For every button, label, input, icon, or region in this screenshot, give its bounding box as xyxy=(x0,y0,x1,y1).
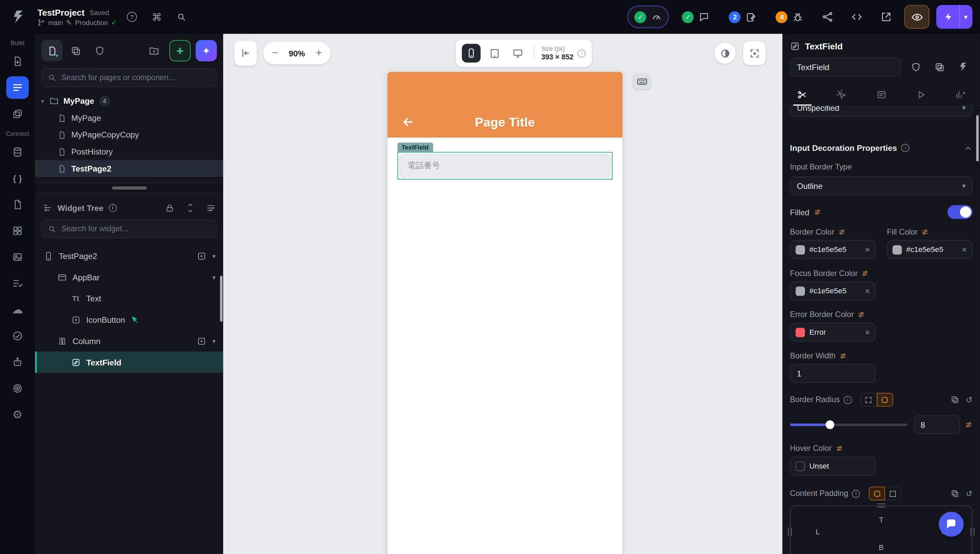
zoom-out-button[interactable]: − xyxy=(267,45,283,61)
add-widget-button[interactable] xyxy=(197,251,206,261)
inspector-scroll-area[interactable]: Unspecified ▾ Input Decoration Propertie… xyxy=(783,106,980,554)
reset-value-button[interactable]: ↺ xyxy=(966,489,972,498)
error-border-color-picker[interactable]: Error × xyxy=(790,323,876,342)
padding-uniform-button[interactable] xyxy=(869,487,885,500)
zoom-in-button[interactable]: + xyxy=(311,45,327,61)
padding-top-value[interactable]: T xyxy=(879,515,884,524)
page-list-item-selected[interactable]: TestPage2 xyxy=(35,160,223,177)
device-desktop-button[interactable] xyxy=(508,44,527,62)
textfield-widget[interactable]: 電話番号 xyxy=(399,154,611,177)
rail-item-cloud-functions[interactable]: ☁ xyxy=(6,299,29,321)
data-types-view-button[interactable] xyxy=(89,40,110,61)
app-bar-widget[interactable]: Page Title xyxy=(387,72,622,138)
collapse-section-button[interactable] xyxy=(964,144,972,152)
run-options-button[interactable]: ▾ xyxy=(960,5,972,29)
virtual-keyboard-toggle[interactable] xyxy=(633,74,651,89)
rail-item-automations[interactable] xyxy=(6,351,29,373)
rail-item-page-add[interactable] xyxy=(6,50,29,72)
add-folder-button[interactable] xyxy=(143,40,164,61)
set-from-variable-icon[interactable] xyxy=(858,311,865,318)
padding-bottom-value[interactable]: B xyxy=(879,543,884,552)
clear-color-button[interactable]: × xyxy=(865,286,870,295)
panel-resize-divider[interactable] xyxy=(35,182,223,193)
rail-item-checks[interactable] xyxy=(6,325,29,347)
page-list-item[interactable]: PostHistory xyxy=(35,143,223,160)
padding-per-side-button[interactable] xyxy=(885,487,901,500)
filled-toggle[interactable] xyxy=(947,205,972,219)
pages-view-button[interactable] xyxy=(41,40,63,61)
collapse-node-button[interactable]: ▾ xyxy=(212,274,215,281)
comments-status-button[interactable]: ✓ xyxy=(676,6,716,28)
reset-value-button[interactable]: ↺ xyxy=(966,395,972,404)
left-panel-scrollbar[interactable] xyxy=(220,276,223,322)
add-page-button[interactable]: + xyxy=(169,40,191,61)
focus-border-color-picker[interactable]: #c1e5e5e5 × xyxy=(790,281,876,300)
add-widget-button[interactable] xyxy=(197,336,206,345)
border-radius-input[interactable]: 8 xyxy=(914,415,960,434)
support-chat-button[interactable] xyxy=(939,512,964,536)
set-from-variable-icon[interactable] xyxy=(835,445,843,452)
set-from-variable-icon[interactable] xyxy=(965,421,972,428)
right-panel-scrollbar[interactable] xyxy=(976,115,978,161)
tree-node-iconbutton[interactable]: IconButton xyxy=(35,309,223,330)
back-arrow-icon-button[interactable] xyxy=(396,109,420,134)
set-from-variable-icon[interactable] xyxy=(814,208,821,216)
clipped-previous-dropdown[interactable]: Unspecified ▾ xyxy=(790,106,972,117)
ai-page-generator-button[interactable]: ✦ xyxy=(196,40,217,61)
tab-properties[interactable] xyxy=(783,84,822,105)
pages-search-input[interactable] xyxy=(61,73,210,82)
info-icon[interactable]: i xyxy=(844,396,852,404)
tree-node-text[interactable]: Tt Text xyxy=(35,288,223,309)
radius-uniform-button[interactable] xyxy=(877,393,893,407)
branch-name[interactable]: main xyxy=(48,19,63,26)
page-list-item[interactable]: MyPage xyxy=(35,109,223,126)
rail-item-media[interactable] xyxy=(6,246,29,268)
rail-item-database[interactable] xyxy=(6,141,29,163)
tree-node-textfield-selected[interactable]: TextField xyxy=(35,351,223,373)
project-checks-button[interactable]: ✓ xyxy=(628,6,669,28)
expand-collapse-all-button[interactable] xyxy=(186,203,195,212)
search-button[interactable] xyxy=(172,7,192,27)
padding-top-handle[interactable] xyxy=(877,504,885,507)
tree-node-page[interactable]: TestPage2 ▾ xyxy=(35,245,223,267)
rail-item-integrations[interactable] xyxy=(6,220,29,242)
set-from-variable-icon[interactable] xyxy=(839,352,846,359)
view-code-button[interactable] xyxy=(846,6,868,28)
border-radius-slider[interactable] xyxy=(790,423,907,426)
environment-name[interactable]: Production xyxy=(75,19,108,26)
rail-item-settings[interactable]: ⚙ xyxy=(6,404,29,426)
issues-button[interactable]: 4 xyxy=(770,6,810,28)
clear-color-button[interactable]: × xyxy=(865,328,870,337)
rail-item-pages[interactable] xyxy=(6,77,29,99)
radius-per-corner-button[interactable] xyxy=(861,393,877,407)
collapse-node-button[interactable]: ▾ xyxy=(212,252,215,259)
hover-color-picker[interactable]: Unset xyxy=(790,457,876,475)
convert-to-component-button[interactable] xyxy=(930,57,949,76)
copy-value-button[interactable] xyxy=(951,489,959,498)
clear-color-button[interactable]: × xyxy=(865,245,870,254)
tab-actions[interactable] xyxy=(822,84,861,105)
page-title-text-widget[interactable]: Page Title xyxy=(475,115,535,129)
tree-options-button[interactable] xyxy=(207,203,216,212)
canvas-theme-toggle-button[interactable] xyxy=(714,42,736,64)
size-info-icon[interactable]: i xyxy=(578,49,586,57)
open-external-button[interactable] xyxy=(875,6,898,28)
rail-item-app-values[interactable] xyxy=(6,272,29,294)
page-list-item[interactable]: MyPageCopyCopy xyxy=(35,126,223,144)
tab-animations[interactable] xyxy=(940,84,980,105)
tab-test[interactable] xyxy=(901,84,940,105)
collapse-panel-button[interactable] xyxy=(234,41,257,66)
help-button[interactable]: ? xyxy=(122,7,142,27)
padding-right-handle[interactable] xyxy=(970,528,974,536)
slider-knob[interactable] xyxy=(826,420,834,429)
border-width-input[interactable]: 1 xyxy=(790,364,876,383)
device-phone-button[interactable] xyxy=(462,44,480,62)
rail-item-components[interactable] xyxy=(6,102,29,125)
flutterflow-logo[interactable] xyxy=(7,7,29,26)
info-icon[interactable]: i xyxy=(852,490,860,498)
info-icon[interactable]: i xyxy=(108,204,116,212)
clear-color-button[interactable]: × xyxy=(962,245,967,254)
rail-item-files[interactable] xyxy=(6,193,29,216)
info-icon[interactable]: i xyxy=(901,144,909,152)
set-from-variable-icon[interactable] xyxy=(838,228,845,236)
